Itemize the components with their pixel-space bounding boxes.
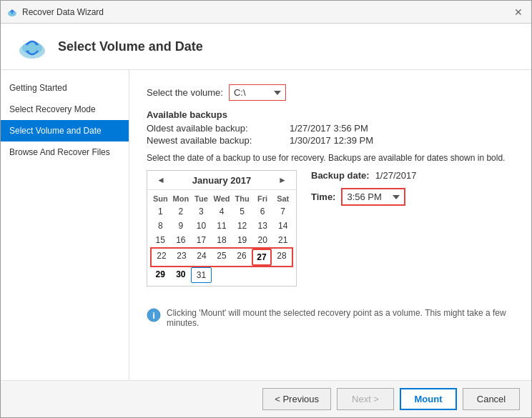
sidebar: Getting Started Select Recovery Mode Sel… — [1, 70, 129, 380]
page-title: Select Volume and Date — [58, 39, 203, 54]
backup-info-title: Available backups — [147, 109, 514, 120]
sidebar-item-select-volume-date[interactable]: Select Volume and Date — [1, 120, 129, 141]
calendar-section: ◄ January 2017 ► Sun Mon Tue Wed Thu Fri — [147, 170, 514, 287]
day-header-sun: Sun — [150, 193, 171, 204]
time-label: Time: — [311, 191, 335, 202]
newest-backup-row: Newest available backup: 1/30/2017 12:39… — [147, 135, 514, 146]
cal-day-26[interactable]: 26 — [232, 249, 252, 266]
cal-day-22[interactable]: 22 — [152, 249, 172, 266]
wizard-icon — [15, 32, 49, 61]
cal-day-empty-3 — [252, 267, 273, 283]
main-window: Recover Data Wizard ✕ Select Volume and … — [0, 0, 532, 418]
cal-day-20[interactable]: 20 — [252, 233, 273, 247]
time-select[interactable]: 3:56 PM 12:39 PM — [341, 188, 405, 206]
sidebar-item-browse-recover-files[interactable]: Browse And Recover Files — [1, 141, 129, 163]
cal-day-14[interactable]: 14 — [272, 219, 293, 233]
day-header-sat: Sat — [272, 193, 293, 204]
cal-day-empty-4 — [272, 267, 293, 283]
sidebar-item-select-recovery-mode[interactable]: Select Recovery Mode — [1, 99, 129, 120]
close-button[interactable]: ✕ — [511, 5, 526, 19]
day-header-thu: Thu — [232, 193, 252, 204]
time-row: Time: 3:56 PM 12:39 PM — [311, 188, 416, 206]
cal-day-3[interactable]: 3 — [191, 204, 212, 219]
svg-text:i: i — [152, 310, 155, 321]
newest-value: 1/30/2017 12:39 PM — [290, 135, 373, 146]
footer: < Previous Next > Mount Cancel — [1, 380, 531, 417]
cal-day-2[interactable]: 2 — [171, 204, 192, 219]
cal-day-29[interactable]: 29 — [150, 267, 171, 283]
date-time-section: Backup date: 1/27/2017 Time: 3:56 PM 12:… — [311, 170, 416, 206]
cal-day-30[interactable]: 30 — [171, 267, 192, 283]
backup-date-row: Backup date: 1/27/2017 — [311, 170, 416, 181]
day-header-tue: Tue — [191, 193, 212, 204]
cal-day-5[interactable]: 5 — [232, 204, 252, 219]
calendar-week-3: 15 16 17 18 19 20 21 — [150, 233, 293, 247]
cal-day-25[interactable]: 25 — [212, 249, 232, 266]
calendar-prev-button[interactable]: ◄ — [153, 174, 169, 186]
calendar-week-1: 1 2 3 4 5 6 7 — [150, 204, 293, 219]
day-header-fri: Fri — [252, 193, 273, 204]
info-box: i Clicking 'Mount' will mount the select… — [147, 301, 514, 335]
volume-label: Select the volume: — [147, 87, 223, 98]
mount-button[interactable]: Mount — [400, 388, 457, 410]
body: Getting Started Select Recovery Mode Sel… — [1, 70, 531, 380]
cal-day-28[interactable]: 28 — [272, 249, 292, 266]
volume-row: Select the volume: C:\ D:\ E:\ — [147, 84, 514, 101]
oldest-backup-row: Oldest available backup: 1/27/2017 3:56 … — [147, 123, 514, 134]
cal-day-empty-1 — [212, 267, 232, 283]
oldest-label: Oldest available backup: — [147, 123, 290, 134]
sidebar-item-getting-started[interactable]: Getting Started — [1, 77, 129, 99]
main-content: Select the volume: C:\ D:\ E:\ Available… — [129, 70, 531, 380]
newest-label: Newest available backup: — [147, 135, 290, 146]
page-header: Select Volume and Date — [1, 24, 531, 70]
calendar: ◄ January 2017 ► Sun Mon Tue Wed Thu Fri — [147, 170, 297, 287]
select-date-instruction: Select the date of a backup to use for r… — [147, 153, 514, 163]
cal-day-16[interactable]: 16 — [171, 233, 192, 247]
app-icon — [6, 6, 18, 18]
cal-day-21[interactable]: 21 — [272, 233, 293, 247]
title-bar-left: Recover Data Wizard — [6, 6, 104, 18]
cancel-button[interactable]: Cancel — [463, 388, 520, 410]
title-bar: Recover Data Wizard ✕ — [1, 1, 531, 24]
cal-day-10[interactable]: 10 — [191, 219, 212, 233]
info-icon: i — [147, 308, 161, 322]
cal-day-19[interactable]: 19 — [232, 233, 252, 247]
backup-date-label: Backup date: — [311, 170, 370, 181]
calendar-month-year: January 2017 — [192, 175, 251, 186]
calendar-week-5: 29 30 31 — [150, 267, 293, 283]
cal-day-9[interactable]: 9 — [171, 219, 192, 233]
window-title: Recover Data Wizard — [22, 7, 104, 17]
cal-day-7[interactable]: 7 — [272, 204, 293, 219]
oldest-value: 1/27/2017 3:56 PM — [290, 123, 368, 134]
backup-info: Available backups Oldest available backu… — [147, 109, 514, 146]
cal-day-13[interactable]: 13 — [252, 219, 273, 233]
cal-day-17[interactable]: 17 — [191, 233, 212, 247]
cal-day-18[interactable]: 18 — [212, 233, 232, 247]
day-header-wed: Wed — [212, 193, 232, 204]
cal-day-24[interactable]: 24 — [192, 249, 212, 266]
calendar-day-headers: Sun Mon Tue Wed Thu Fri Sat — [150, 193, 293, 204]
info-text: Clicking 'Mount' will mount the selected… — [167, 308, 514, 328]
cal-day-15[interactable]: 15 — [150, 233, 171, 247]
volume-select[interactable]: C:\ D:\ E:\ — [229, 84, 286, 101]
cal-day-23[interactable]: 23 — [172, 249, 192, 266]
cal-day-27-selected[interactable]: 27 — [252, 249, 272, 266]
cal-day-1[interactable]: 1 — [150, 204, 171, 219]
cal-day-11[interactable]: 11 — [212, 219, 232, 233]
next-button[interactable]: Next > — [337, 388, 394, 410]
cal-day-31[interactable]: 31 — [191, 267, 212, 283]
cal-day-8[interactable]: 8 — [150, 219, 171, 233]
calendar-next-button[interactable]: ► — [275, 174, 290, 186]
cal-day-empty-2 — [232, 267, 252, 283]
calendar-week-4-highlighted: 22 23 24 25 26 27 28 — [150, 247, 293, 267]
calendar-header: ◄ January 2017 ► — [147, 171, 296, 190]
cal-day-12[interactable]: 12 — [232, 219, 252, 233]
calendar-week-2: 8 9 10 11 12 13 14 — [150, 219, 293, 233]
backup-date-value: 1/27/2017 — [375, 170, 417, 181]
select-date-text: Select the date of a backup to use for r… — [147, 153, 505, 163]
cal-day-6[interactable]: 6 — [252, 204, 273, 219]
calendar-grid: Sun Mon Tue Wed Thu Fri Sat 1 2 3 — [147, 190, 296, 286]
previous-button[interactable]: < Previous — [262, 388, 331, 410]
cal-day-4[interactable]: 4 — [212, 204, 232, 219]
svg-point-3 — [22, 41, 42, 54]
